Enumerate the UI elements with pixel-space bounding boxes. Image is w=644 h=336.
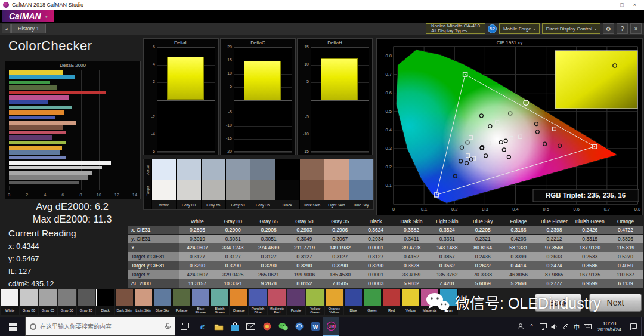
- patch-label: Gray 65: [39, 306, 57, 315]
- patch-color: [287, 289, 305, 306]
- help-button[interactable]: ?: [617, 23, 628, 34]
- source-button[interactable]: Mobile Forge ▾: [499, 23, 540, 34]
- close-button[interactable]: ×: [633, 2, 636, 8]
- patch-tile-black[interactable]: Black: [96, 289, 114, 315]
- deltah-bar: [321, 58, 357, 100]
- patch-tile-moderate-red[interactable]: Moderate Red: [268, 289, 286, 315]
- edge-taskbar-icon[interactable]: e: [194, 317, 210, 336]
- patch-tile-foliage[interactable]: Foliage: [172, 289, 191, 315]
- store-taskbar-icon[interactable]: [227, 317, 243, 336]
- patch-tile-red[interactable]: Red: [382, 289, 401, 315]
- search-input[interactable]: [40, 323, 162, 330]
- svg-text:0.2: 0.2: [451, 206, 457, 212]
- value-cell: 97.3568: [536, 243, 572, 252]
- patch-color: [382, 289, 401, 306]
- patch-tile-bluish-green[interactable]: Bluish Green: [210, 289, 229, 315]
- keyboard-icon[interactable]: [582, 317, 593, 336]
- patch-tile-orange-yellow[interactable]: Orange Yellow: [325, 289, 343, 315]
- history-back-button[interactable]: ◂: [2, 24, 11, 33]
- people-icon[interactable]: [515, 317, 526, 336]
- patch-label: Foliage: [172, 306, 191, 315]
- display-control-button[interactable]: Direct Display Control ▾: [542, 23, 600, 34]
- deltae-bar-black: [9, 186, 10, 190]
- settings-button[interactable]: ⚙: [603, 23, 614, 34]
- meter-button[interactable]: Konica Minolta CA-410 All Display Types: [426, 23, 485, 34]
- svg-text:0.8: 0.8: [386, 53, 392, 58]
- patch-tile-blue-sky[interactable]: Blue Sky: [153, 289, 172, 315]
- volume-icon[interactable]: [549, 317, 560, 336]
- actual-swatch: [152, 159, 176, 180]
- value-cell: 211.7719: [287, 243, 323, 252]
- clock[interactable]: 10:28 2019/5/24: [593, 320, 626, 332]
- chevron-down-icon: ▾: [534, 27, 535, 31]
- taskbar-search[interactable]: [25, 317, 175, 336]
- gridline: [234, 113, 292, 113]
- patch-label: White: [1, 306, 19, 315]
- toolbar: ◂ History 1 Konica Minolta CA-410 All Di…: [0, 23, 644, 35]
- table-row--e-2000: ΔE 200011.315710.33219.28788.81527.85050…: [128, 279, 643, 288]
- patch-tile-purple[interactable]: Purple: [287, 289, 305, 315]
- column-header-light-skin: Light Skin: [429, 217, 465, 225]
- delta-charts-group: DeltaL-6-4-2246DeltaC-20-15-10-55101520D…: [143, 38, 373, 155]
- patch-label: Light Skin: [134, 306, 153, 315]
- deltae-bar-white: [9, 161, 111, 165]
- patch-tile-blue[interactable]: Blue: [344, 289, 363, 315]
- show-desktop-button[interactable]: [641, 317, 644, 336]
- patch-tile-green[interactable]: Green: [363, 289, 382, 315]
- patch-tile-dark-skin[interactable]: Dark Skin: [115, 289, 134, 315]
- patch-tile-orange[interactable]: Orange: [230, 289, 248, 315]
- gear-icon: ⚙: [606, 26, 611, 32]
- wechat-taskbar-icon[interactable]: [275, 317, 291, 336]
- start-button[interactable]: [0, 317, 25, 336]
- current-reading-fl: fL: 127: [8, 267, 31, 276]
- patch-tile-gray-35[interactable]: Gray 35: [77, 289, 95, 315]
- value-cell: 0.2633: [536, 252, 572, 261]
- patch-tile-blue-flower[interactable]: Blue Flower: [191, 289, 210, 315]
- minimize-button[interactable]: –: [608, 2, 611, 8]
- patch-tile-gray-50[interactable]: Gray 50: [58, 289, 76, 315]
- value-cell: 0.2436: [465, 252, 501, 261]
- deltae-bar-red: [9, 91, 106, 95]
- app-red-taskbar-icon[interactable]: [259, 317, 275, 336]
- tab-history-1[interactable]: History 1: [11, 24, 46, 33]
- meter-count-badge[interactable]: 52: [488, 24, 497, 33]
- patch-tile-gray-80[interactable]: Gray 80: [20, 289, 38, 315]
- y-tick-label: -6: [144, 149, 155, 153]
- patch-tile-purplish-blue[interactable]: Purplish Blue: [249, 289, 267, 315]
- app-blue-taskbar-icon[interactable]: [291, 317, 307, 336]
- calman-logo-menu[interactable]: CalMAN ▾: [2, 10, 54, 22]
- value-cell: 7.8505: [322, 279, 358, 288]
- measurement-table: WhiteGray 80Gray 65Gray 50Gray 35BlackDa…: [128, 217, 643, 288]
- ime-indicator[interactable]: 中: [571, 322, 582, 331]
- word-taskbar-icon[interactable]: W: [307, 317, 323, 336]
- maximize-button[interactable]: □: [620, 2, 623, 8]
- action-center-button[interactable]: [626, 317, 641, 336]
- hidden-icons-chevron[interactable]: ^: [526, 317, 537, 336]
- pen-icon[interactable]: [560, 317, 571, 336]
- patch-label: Gray 80: [20, 306, 38, 315]
- patch-tile-white[interactable]: White: [1, 289, 19, 315]
- deltae-bar-orange-yellow: [9, 146, 62, 150]
- value-cell: 7.4201: [429, 279, 465, 288]
- strip-row-labels: ActualTarget: [144, 159, 151, 209]
- value-cell: 0.3857: [429, 252, 465, 261]
- cie-1931-chart: CIE 1931 xy 00.10.20.30.40.50.60.70.80.1…: [376, 38, 643, 215]
- patch-tile-gray-65[interactable]: Gray 65: [39, 289, 57, 315]
- file-explorer-taskbar-icon[interactable]: [210, 317, 227, 336]
- patch-color: [210, 289, 229, 306]
- display-tray-icon[interactable]: [537, 317, 549, 336]
- patch-label: Purple: [287, 306, 305, 315]
- gridline: [234, 152, 292, 153]
- notification-icon: [630, 323, 637, 330]
- calman-taskbar-icon[interactable]: CM: [323, 317, 339, 336]
- patch-tile-yellow-green[interactable]: Yellow Green: [306, 289, 324, 315]
- patch-tile-light-skin[interactable]: Light Skin: [134, 289, 153, 315]
- mail-taskbar-icon[interactable]: [243, 317, 259, 336]
- y-tick-label: 15: [221, 58, 232, 62]
- workflow-close-button[interactable]: ×: [630, 23, 642, 34]
- value-cell: 274.4699: [251, 243, 287, 252]
- current-reading-x: x: 0.4344: [8, 242, 39, 251]
- task-view-button[interactable]: [175, 317, 194, 336]
- patch-color: [325, 289, 343, 306]
- patch-tile-yellow[interactable]: Yellow: [401, 289, 420, 315]
